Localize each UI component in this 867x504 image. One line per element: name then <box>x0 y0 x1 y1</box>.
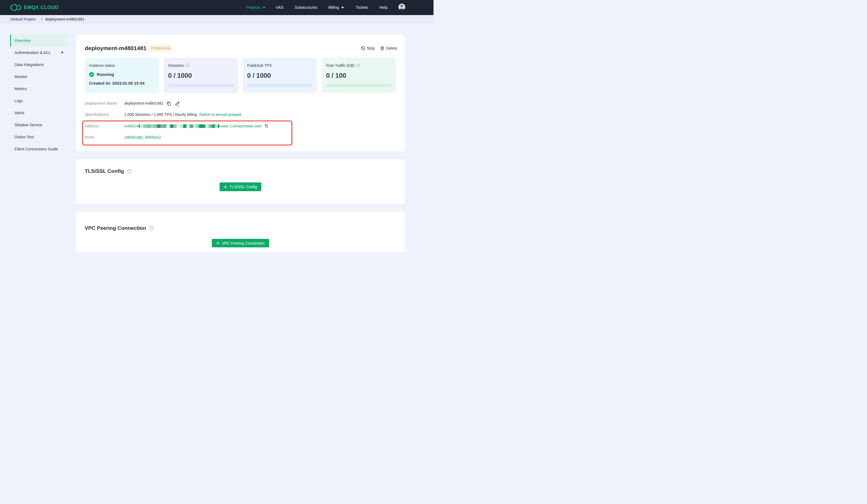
svg-text:?: ? <box>187 64 188 67</box>
svg-text:?: ? <box>129 169 130 173</box>
svg-text:?: ? <box>151 227 152 230</box>
svg-text:?: ? <box>358 64 359 67</box>
